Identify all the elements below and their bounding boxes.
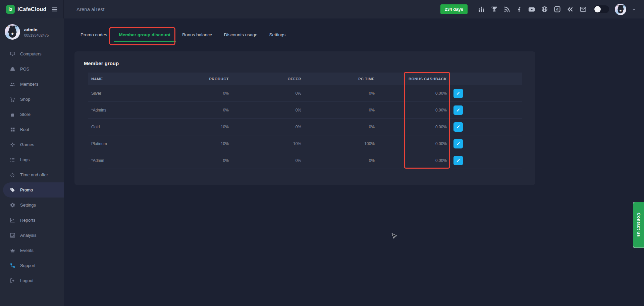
tab-settings[interactable]: Settings bbox=[269, 32, 285, 37]
cell-pc-time: 0% bbox=[301, 108, 375, 113]
sidebar-item-store[interactable]: Store bbox=[0, 107, 64, 122]
sidebar-item-logs[interactable]: Logs bbox=[0, 152, 64, 167]
sidebar-item-label: Members bbox=[20, 82, 38, 87]
tag-icon bbox=[9, 187, 15, 193]
theme-toggle[interactable] bbox=[594, 5, 609, 13]
layers-icon[interactable] bbox=[567, 6, 574, 13]
brand-logo-icon: i2 bbox=[6, 5, 15, 14]
sidebar-item-label: Events bbox=[20, 248, 34, 253]
cart-icon bbox=[9, 96, 15, 102]
youtube-icon[interactable] bbox=[528, 6, 535, 13]
edit-row-button[interactable] bbox=[453, 105, 463, 115]
cell-offer: 0% bbox=[229, 91, 301, 96]
cell-bonus-cashback: 0.00% bbox=[375, 91, 447, 96]
sidebar-item-promo[interactable]: Promo bbox=[3, 182, 64, 198]
theme-toggle-knob bbox=[594, 6, 601, 12]
facebook-icon[interactable] bbox=[516, 6, 522, 12]
mail-icon[interactable] bbox=[580, 6, 587, 13]
sidebar-item-settings[interactable]: Settings bbox=[0, 198, 64, 213]
medal-icon: ★ bbox=[9, 30, 16, 37]
cell-bonus-cashback: 0.00% bbox=[375, 108, 447, 113]
sidebar-item-pos[interactable]: POS bbox=[0, 61, 64, 77]
sidebar-item-support[interactable]: Support bbox=[0, 258, 64, 273]
cell-name: Gold bbox=[88, 125, 156, 129]
brand-name: iCafeCloud bbox=[17, 6, 46, 12]
icafecloud-icon[interactable]: i2 bbox=[554, 6, 561, 13]
subscription-days-badge[interactable]: 234 days bbox=[440, 4, 468, 14]
cell-pc-time: 100% bbox=[301, 141, 375, 146]
edit-row-button[interactable] bbox=[453, 89, 463, 98]
edit-row-button[interactable] bbox=[453, 122, 463, 132]
sidebar-item-computers[interactable]: Computers bbox=[0, 46, 64, 61]
sidebar-item-label: Time and offer bbox=[20, 172, 48, 177]
sidebar-item-reports[interactable]: Reports bbox=[0, 213, 64, 228]
cash-register-icon bbox=[9, 66, 15, 72]
cell-pc-time: 0% bbox=[301, 158, 375, 163]
table-row-admins: *Admins 0% 0% 0% 0.00% bbox=[88, 102, 522, 119]
promo-tabs: Promo codes Member group discount Bonus … bbox=[64, 18, 644, 37]
cell-name: *Admin bbox=[88, 158, 156, 163]
stopwatch-icon bbox=[9, 172, 15, 178]
ranking-icon[interactable] bbox=[478, 6, 485, 13]
user-avatar[interactable]: PLATINUM ★ bbox=[615, 4, 626, 15]
cell-product: 0% bbox=[156, 108, 229, 113]
tab-discounts-usage[interactable]: Discounts usage bbox=[224, 32, 258, 37]
sidebar-item-members[interactable]: Members bbox=[0, 77, 64, 92]
cell-offer: 0% bbox=[229, 125, 301, 129]
table-row-platinum: Platinum 10% 10% 100% 0.00% bbox=[88, 135, 522, 152]
trophy-icon[interactable] bbox=[491, 6, 498, 13]
sidebar-item-label: Analysis bbox=[20, 233, 36, 238]
member-group-table: NAME PRODUCT OFFER PC TIME BONUS CASHBAC… bbox=[88, 73, 522, 169]
rss-icon[interactable] bbox=[503, 6, 510, 13]
cell-product: 10% bbox=[156, 141, 229, 146]
table-row-silver: Silver 0% 0% 0% 0.00% bbox=[88, 85, 522, 102]
chevron-down-icon[interactable] bbox=[632, 7, 636, 11]
sidebar-item-events[interactable]: Events bbox=[0, 243, 64, 258]
cell-bonus-cashback: 0.00% bbox=[375, 141, 447, 146]
cell-pc-time: 0% bbox=[301, 91, 375, 96]
crown-icon bbox=[9, 248, 15, 253]
globe-icon[interactable] bbox=[541, 6, 548, 13]
topbar: i2 iCafeCloud Arena aiTest 234 days bbox=[0, 0, 644, 18]
cell-offer: 10% bbox=[229, 141, 301, 146]
brand-logo[interactable]: i2 iCafeCloud bbox=[6, 5, 46, 14]
tab-member-group-discount[interactable]: Member group discount bbox=[119, 32, 171, 37]
tab-bonus-balance[interactable]: Bonus balance bbox=[182, 32, 212, 37]
sidebar-item-label: Logs bbox=[20, 157, 30, 162]
logo-section: i2 iCafeCloud bbox=[0, 0, 64, 18]
table-row-gold: Gold 10% 0% 0% 0.00% bbox=[88, 119, 522, 135]
cell-actions bbox=[447, 156, 522, 165]
column-header-name: NAME bbox=[88, 77, 156, 81]
edit-row-button[interactable] bbox=[453, 139, 463, 148]
cell-bonus-cashback: 0.00% bbox=[375, 125, 447, 129]
edit-row-button[interactable] bbox=[453, 156, 463, 165]
sidebar-profile[interactable]: PLATINUM ★ admin 005193482475 bbox=[0, 18, 64, 44]
main-content: Promo codes Member group discount Bonus … bbox=[64, 18, 644, 306]
menu-toggle-icon[interactable] bbox=[51, 6, 58, 13]
page-title: Arena aiTest bbox=[76, 6, 104, 12]
tab-promo-codes[interactable]: Promo codes bbox=[80, 32, 107, 37]
card-title: Member group bbox=[74, 51, 535, 66]
sidebar-item-analysis[interactable]: Analysis bbox=[0, 228, 64, 243]
sidebar-nav: Computers POS Members Shop Store Boot Ga… bbox=[0, 46, 64, 288]
sidebar-item-shop[interactable]: Shop bbox=[0, 92, 64, 107]
sidebar-item-time-and-offer[interactable]: Time and offer bbox=[0, 167, 64, 182]
table-header-row: NAME PRODUCT OFFER PC TIME BONUS CASHBAC… bbox=[88, 73, 522, 85]
sidebar-item-games[interactable]: Games bbox=[0, 137, 64, 152]
medal-icon: ★ bbox=[618, 8, 623, 13]
sidebar-item-boot[interactable]: Boot bbox=[0, 122, 64, 137]
chart-area-icon bbox=[9, 232, 15, 238]
cell-actions bbox=[447, 139, 522, 148]
column-header-bonus-cashback: BONUS CASHBACK bbox=[375, 77, 447, 81]
people-icon bbox=[9, 81, 15, 87]
list-icon bbox=[9, 157, 15, 163]
chart-line-icon bbox=[9, 217, 15, 223]
sidebar-item-logout[interactable]: Logout bbox=[0, 273, 64, 288]
sidebar-item-label: Settings bbox=[20, 203, 36, 208]
member-group-card: Member group NAME PRODUCT OFFER PC TIME … bbox=[74, 51, 535, 185]
cell-name: Silver bbox=[88, 91, 156, 96]
column-header-product: PRODUCT bbox=[156, 77, 229, 81]
column-header-pc-time: PC TIME bbox=[301, 77, 375, 81]
contact-us-button[interactable]: Contact us bbox=[633, 202, 644, 248]
cell-actions bbox=[447, 122, 522, 132]
